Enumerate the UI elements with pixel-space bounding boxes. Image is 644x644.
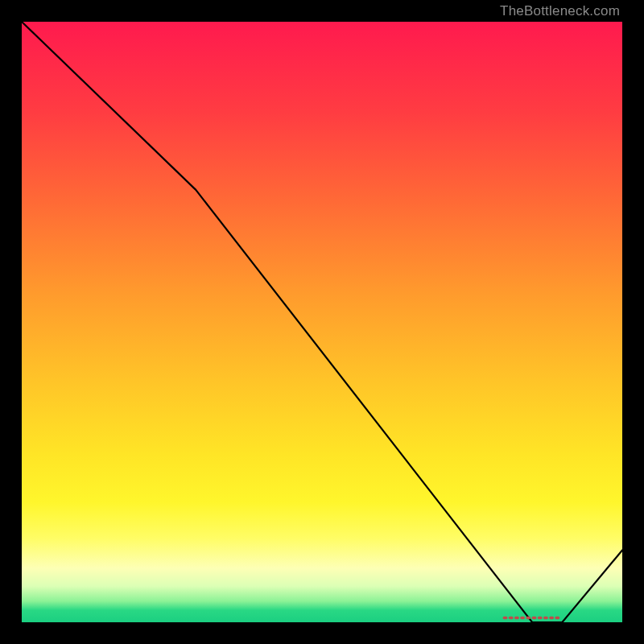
marker-row	[503, 617, 560, 619]
plot-area	[22, 22, 622, 622]
marker-dot	[543, 617, 548, 619]
marker-dot	[520, 617, 525, 619]
bottleneck-curve	[22, 22, 622, 622]
marker-dot	[503, 617, 508, 619]
marker-dot	[514, 617, 519, 619]
marker-dot	[538, 617, 543, 619]
marker-dot	[532, 617, 537, 619]
marker-dot	[526, 617, 530, 619]
attribution-text: TheBottleneck.com	[500, 3, 620, 19]
marker-dot	[549, 617, 554, 619]
marker-dot	[509, 617, 514, 619]
chart-line-layer	[22, 22, 622, 622]
marker-dot	[555, 617, 559, 619]
